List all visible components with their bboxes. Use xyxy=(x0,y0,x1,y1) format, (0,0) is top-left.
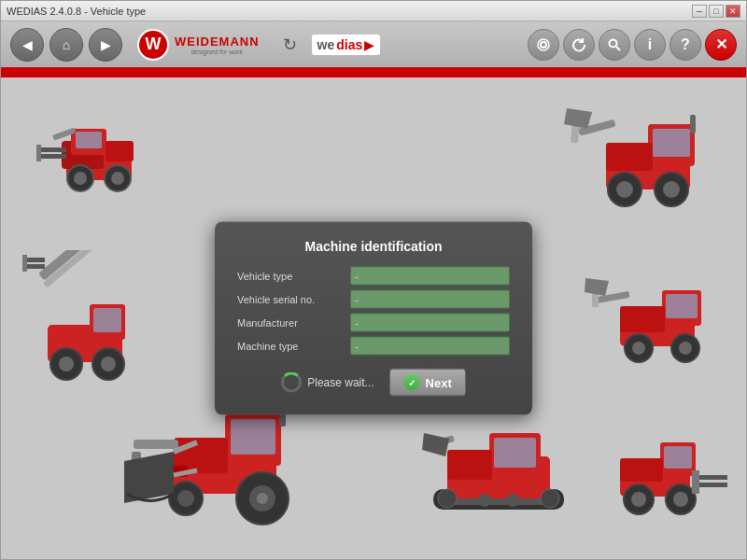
home-button[interactable]: ⌂ xyxy=(49,28,83,62)
window-title: WEDIAS 2.4.0.8 - Vehicle type xyxy=(7,6,146,17)
svg-point-85 xyxy=(478,494,491,507)
dialog-title: Machine identification xyxy=(237,239,510,254)
svg-point-43 xyxy=(631,492,646,507)
dialog-field-row: Vehicle serial no. xyxy=(237,290,510,309)
field-label: Vehicle serial no. xyxy=(237,294,345,305)
svg-point-57 xyxy=(101,357,116,371)
svg-rect-27 xyxy=(690,115,696,133)
help-button[interactable]: ? xyxy=(669,29,701,61)
svg-rect-80 xyxy=(494,438,536,468)
wedias-label: we xyxy=(317,37,335,52)
svg-rect-58 xyxy=(24,258,45,262)
svg-rect-41 xyxy=(620,458,663,482)
dialog-footer: Please wait... ✓ Next xyxy=(237,369,510,397)
svg-rect-14 xyxy=(38,154,66,159)
svg-point-0 xyxy=(541,42,546,48)
toolbar-right-tools: i ? ✕ xyxy=(528,29,737,61)
next-button-label: Next xyxy=(426,375,452,389)
svg-point-45 xyxy=(673,492,688,507)
please-wait-indicator: Please wait... xyxy=(281,372,374,393)
svg-rect-31 xyxy=(620,306,665,332)
forward-button[interactable]: ▶ xyxy=(89,28,122,62)
close-app-button[interactable]: ✕ xyxy=(705,29,737,61)
svg-rect-16 xyxy=(106,141,134,161)
dialog-fields: Vehicle typeVehicle serial no.Manufactur… xyxy=(237,267,510,356)
svg-point-24 xyxy=(663,181,680,198)
svg-point-86 xyxy=(506,494,519,507)
red-accent-stripe xyxy=(1,70,746,77)
svg-point-35 xyxy=(679,342,692,355)
weidemann-text-logo: WEIDEMANN designed for work xyxy=(175,35,260,55)
field-label: Vehicle type xyxy=(237,271,345,282)
svg-point-1 xyxy=(538,39,549,50)
vehicle-image-4 xyxy=(587,419,732,531)
dialog-field-row: Manufacturer xyxy=(237,314,510,332)
refresh-button[interactable]: ↻ xyxy=(275,29,306,61)
field-input[interactable] xyxy=(350,337,510,356)
svg-rect-20 xyxy=(606,143,653,171)
refresh2-button[interactable] xyxy=(563,29,595,61)
title-bar: WEDIAS 2.4.0.8 - Vehicle type ─ □ ✕ xyxy=(1,1,746,21)
svg-point-70 xyxy=(177,490,194,507)
weidemann-circle-logo: W xyxy=(137,29,169,61)
maximize-button[interactable]: □ xyxy=(709,5,724,18)
svg-rect-30 xyxy=(666,294,698,318)
svg-point-2 xyxy=(610,39,617,47)
dialog-field-row: Vehicle type xyxy=(237,267,510,286)
svg-rect-13 xyxy=(38,147,66,152)
wedias-arrow-icon: ▶ xyxy=(364,37,374,52)
field-input[interactable] xyxy=(350,267,510,286)
next-check-icon: ✓ xyxy=(403,374,420,391)
dialog-field-row: Machine type xyxy=(237,337,510,356)
machine-identification-dialog: Machine identification Vehicle typeVehic… xyxy=(215,222,532,415)
field-input[interactable] xyxy=(350,290,510,309)
brand-name: WEIDEMANN xyxy=(175,35,260,49)
svg-point-83 xyxy=(438,489,457,508)
main-content: SD xyxy=(1,77,746,559)
svg-rect-63 xyxy=(231,419,275,455)
title-bar-buttons: ─ □ ✕ xyxy=(692,5,740,18)
please-wait-label: Please wait... xyxy=(307,376,374,389)
app-window: WEDIAS 2.4.0.8 - Vehicle type ─ □ ✕ ◀ ⌂ … xyxy=(0,0,747,560)
toolbar: ◀ ⌂ ▶ W WEIDEMANN designed for work ↻ we… xyxy=(1,21,746,70)
svg-rect-71 xyxy=(134,440,178,449)
field-label: Manufacturer xyxy=(237,317,345,329)
svg-point-84 xyxy=(541,489,559,508)
svg-rect-46 xyxy=(698,475,727,480)
close-button[interactable]: ✕ xyxy=(726,5,740,18)
vehicle-image-1 xyxy=(29,96,169,208)
brand-logo: W WEIDEMANN designed for work xyxy=(137,29,260,61)
svg-point-33 xyxy=(632,342,645,355)
svg-line-3 xyxy=(616,47,620,50)
wedias-label-2: dias xyxy=(336,37,362,52)
vehicle-image-3 xyxy=(583,264,732,376)
svg-point-68 xyxy=(257,493,268,504)
svg-point-9 xyxy=(74,172,87,185)
svg-rect-19 xyxy=(653,129,690,157)
vehicle-image-7 xyxy=(419,405,578,536)
svg-rect-40 xyxy=(664,446,692,469)
svg-rect-51 xyxy=(93,308,121,332)
svg-point-55 xyxy=(59,357,74,371)
svg-point-22 xyxy=(616,181,633,198)
search-button[interactable] xyxy=(599,29,630,61)
vehicle-image-2 xyxy=(559,91,727,222)
svg-rect-60 xyxy=(22,255,27,272)
minimize-button[interactable]: ─ xyxy=(692,5,707,18)
svg-point-11 xyxy=(111,172,124,185)
field-label: Machine type xyxy=(237,341,345,352)
brand-tagline: designed for work xyxy=(191,49,243,55)
svg-rect-7 xyxy=(76,132,102,148)
svg-rect-15 xyxy=(36,145,41,161)
svg-rect-81 xyxy=(447,450,492,480)
back-button[interactable]: ◀ xyxy=(10,28,44,62)
svg-rect-47 xyxy=(698,483,727,487)
next-button[interactable]: ✓ Next xyxy=(389,369,466,397)
svg-rect-59 xyxy=(24,264,45,269)
loading-spinner xyxy=(281,372,302,393)
settings-button[interactable] xyxy=(528,29,559,61)
field-input[interactable] xyxy=(350,314,510,332)
svg-rect-48 xyxy=(692,470,699,494)
info-button[interactable]: i xyxy=(634,29,666,61)
wedias-logo: we dias ▶ xyxy=(312,35,381,55)
